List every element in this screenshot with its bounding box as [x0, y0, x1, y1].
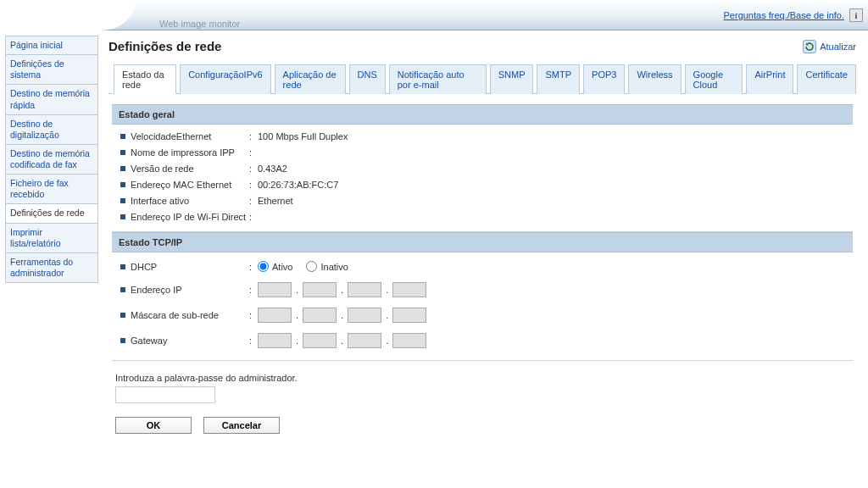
refresh-button[interactable]: Atualizar: [803, 40, 856, 53]
admin-prompt: Introduza a palavra-passe do administrad…: [115, 373, 853, 383]
dot-separator: .: [385, 310, 389, 320]
tab[interactable]: POP3: [583, 64, 625, 94]
info-row: Endereço MAC Ethernet:00:26:73:AB:FC:C7: [120, 176, 844, 192]
faq-link[interactable]: Perguntas freq./Base de info.: [724, 10, 844, 20]
ip-octet[interactable]: [392, 282, 426, 297]
sidebar-item[interactable]: Ficheiro de fax recebido: [5, 174, 98, 204]
row-gateway: Gateway : ...: [120, 328, 844, 353]
tab[interactable]: AirPrint: [746, 64, 793, 94]
dot-separator: .: [295, 336, 299, 346]
info-value: 00:26:73:AB:FC:C7: [258, 180, 338, 190]
mask-octet[interactable]: [392, 308, 426, 323]
dot-separator: .: [385, 336, 389, 346]
refresh-icon: [803, 40, 816, 53]
gateway-octet[interactable]: [392, 333, 426, 348]
monitor-label: Web image monitor: [159, 19, 240, 29]
radio-dhcp-inactive[interactable]: Inativo: [306, 261, 348, 272]
tab[interactable]: DNS: [349, 64, 386, 94]
ok-button[interactable]: OK: [115, 417, 192, 434]
section-header-tcpip: Estado TCP/IP: [112, 232, 853, 252]
dot-separator: .: [340, 310, 344, 320]
sidebar: Página inicialDefinições de sistemaDesti…: [0, 30, 102, 488]
label-mask: Máscara de sub-rede: [131, 310, 249, 320]
row-mask: Máscara de sub-rede : ...: [120, 302, 844, 328]
mask-octet[interactable]: [348, 308, 381, 323]
gateway-fields: ...: [258, 333, 426, 348]
bullet-icon: [120, 198, 125, 203]
dot-separator: .: [295, 285, 299, 295]
info-label: Versão de rede: [131, 164, 249, 174]
mask-octet[interactable]: [258, 308, 292, 323]
mask-octet[interactable]: [303, 308, 337, 323]
gateway-octet[interactable]: [303, 333, 337, 348]
sidebar-item[interactable]: Definições de sistema: [5, 54, 98, 85]
bullet-icon: [120, 134, 125, 139]
page-title: Definições de rede: [108, 39, 221, 53]
dot-separator: .: [340, 336, 344, 346]
tab[interactable]: ConfiguraçãoIPv6: [180, 64, 270, 94]
info-row: Endereço IP de Wi-Fi Direct:: [120, 208, 844, 225]
bullet-icon: [120, 264, 125, 269]
info-label: Endereço IP de Wi-Fi Direct: [131, 212, 249, 222]
info-label: VelocidadeEthernet: [131, 131, 249, 141]
radio-dhcp-inactive-input[interactable]: [306, 261, 317, 272]
admin-password-input[interactable]: [115, 386, 215, 403]
radio-dhcp-active-input[interactable]: [258, 261, 269, 272]
info-value: 100 Mbps Full Duplex: [258, 131, 348, 141]
tab[interactable]: Google Cloud: [685, 64, 743, 94]
info-row: Versão de rede:0.43A2: [120, 160, 844, 176]
bullet-icon: [120, 313, 125, 318]
info-value: 0.43A2: [258, 164, 287, 174]
bullet-icon: [120, 338, 125, 343]
header-logo-area: [0, 0, 136, 30]
tab[interactable]: Wireless: [628, 64, 681, 94]
row-ip: Endereço IP : ...: [120, 277, 844, 302]
ip-fields: ...: [258, 282, 426, 297]
label-gateway: Gateway: [131, 336, 249, 346]
cancel-button[interactable]: Cancelar: [203, 417, 280, 434]
ip-octet[interactable]: [348, 282, 381, 297]
section-body-general: VelocidadeEthernet:100 Mbps Full DuplexN…: [112, 125, 853, 232]
dot-separator: .: [385, 285, 389, 295]
sidebar-item[interactable]: Destino de digitalização: [5, 114, 98, 145]
section-header-general: Estado geral: [112, 104, 853, 125]
refresh-label: Atualizar: [820, 42, 856, 52]
tab[interactable]: Estado da rede: [114, 64, 176, 94]
info-row: VelocidadeEthernet:100 Mbps Full Duplex: [120, 128, 844, 144]
info-label: Interface ativo: [131, 196, 249, 206]
tab[interactable]: Aplicação de rede: [275, 64, 346, 94]
bullet-icon: [120, 166, 125, 171]
dot-separator: .: [295, 310, 299, 320]
section-body-tcpip: DHCP : Ativo Inativo: [112, 252, 853, 361]
gateway-octet[interactable]: [348, 333, 381, 348]
mask-fields: ...: [258, 308, 426, 323]
ip-octet[interactable]: [303, 282, 337, 297]
sidebar-item[interactable]: Definições de rede: [5, 203, 98, 223]
ip-octet[interactable]: [258, 282, 292, 297]
info-icon[interactable]: i: [849, 8, 863, 22]
label-ip: Endereço IP: [131, 285, 249, 295]
dot-separator: .: [340, 285, 344, 295]
tabs: Estado da redeConfiguraçãoIPv6Aplicação …: [108, 64, 856, 94]
sidebar-item[interactable]: Destino de memória rápida: [5, 84, 98, 114]
bullet-icon: [120, 150, 125, 155]
tab[interactable]: SNMP: [490, 64, 534, 94]
row-dhcp: DHCP : Ativo Inativo: [120, 256, 844, 277]
tab[interactable]: Notificação auto por e-mail: [389, 64, 487, 94]
sidebar-item[interactable]: Página inicial: [5, 36, 98, 55]
admin-area: Introduza a palavra-passe do administrad…: [112, 373, 853, 403]
radio-dhcp-active[interactable]: Ativo: [258, 261, 292, 272]
gateway-octet[interactable]: [258, 333, 292, 348]
sidebar-item[interactable]: Imprimir lista/relatório: [5, 223, 98, 253]
tab[interactable]: SMTP: [537, 64, 580, 94]
info-row: Interface ativo:Ethernet: [120, 192, 844, 208]
info-label: Nome de impressora IPP: [131, 147, 249, 158]
label-dhcp: DHCP: [131, 262, 249, 272]
bullet-icon: [120, 287, 125, 292]
sidebar-item[interactable]: Ferramentas do administrador: [5, 252, 98, 283]
tab[interactable]: Certificate: [797, 64, 856, 94]
bullet-icon: [120, 182, 125, 187]
header: Web image monitor Perguntas freq./Base d…: [0, 0, 868, 30]
main-content: Definições de rede Atualizar Estado da r…: [102, 30, 868, 488]
sidebar-item[interactable]: Destino de memória codificada de fax: [5, 144, 98, 175]
